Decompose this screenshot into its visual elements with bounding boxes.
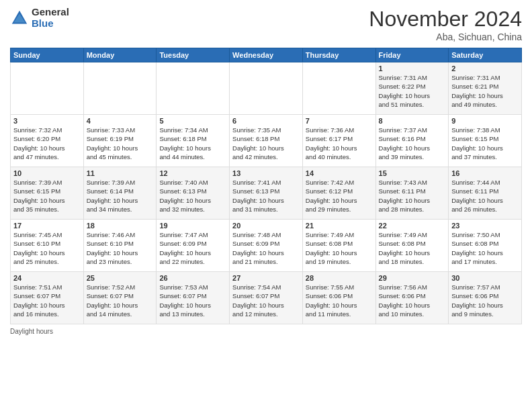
table-row: 24Sunrise: 7:51 AM Sunset: 6:07 PM Dayli… [11,272,84,324]
col-sunday: Sunday [11,48,84,62]
table-row: 1Sunrise: 7:31 AM Sunset: 6:22 PM Daylig… [375,62,449,115]
day-detail: Sunrise: 7:49 AM Sunset: 6:08 PM Dayligh… [306,230,373,266]
table-row: 10Sunrise: 7:39 AM Sunset: 6:15 PM Dayli… [11,167,84,220]
day-detail: Sunrise: 7:52 AM Sunset: 6:07 PM Dayligh… [87,283,154,318]
logo: General Blue [10,7,69,29]
day-number: 10 [13,169,81,177]
day-number: 16 [451,169,519,177]
day-detail: Sunrise: 7:31 AM Sunset: 6:21 PM Dayligh… [451,73,519,109]
day-number: 3 [13,117,81,125]
day-detail: Sunrise: 7:50 AM Sunset: 6:08 PM Dayligh… [451,230,519,266]
table-row [157,62,230,115]
col-thursday: Thursday [302,48,375,62]
table-row: 4Sunrise: 7:33 AM Sunset: 6:19 PM Daylig… [83,115,157,167]
day-number: 23 [451,222,519,230]
day-number: 17 [13,222,81,230]
day-number: 8 [379,117,446,125]
table-row: 9Sunrise: 7:38 AM Sunset: 6:15 PM Daylig… [449,115,522,167]
calendar-week-row: 17Sunrise: 7:45 AM Sunset: 6:10 PM Dayli… [11,220,522,272]
table-row: 23Sunrise: 7:50 AM Sunset: 6:08 PM Dayli… [449,220,522,272]
day-number: 9 [451,117,519,125]
table-row: 29Sunrise: 7:56 AM Sunset: 6:06 PM Dayli… [375,272,449,324]
day-detail: Sunrise: 7:51 AM Sunset: 6:07 PM Dayligh… [13,283,81,318]
day-number: 12 [159,169,226,177]
day-number: 29 [379,274,446,282]
day-number: 4 [87,117,154,125]
day-detail: Sunrise: 7:38 AM Sunset: 6:15 PM Dayligh… [451,126,519,161]
day-detail: Sunrise: 7:39 AM Sunset: 6:14 PM Dayligh… [87,178,154,214]
day-detail: Sunrise: 7:56 AM Sunset: 6:06 PM Dayligh… [379,283,446,318]
calendar-week-row: 10Sunrise: 7:39 AM Sunset: 6:15 PM Dayli… [11,167,522,220]
table-row: 30Sunrise: 7:57 AM Sunset: 6:06 PM Dayli… [449,272,522,324]
day-detail: Sunrise: 7:32 AM Sunset: 6:20 PM Dayligh… [13,126,81,161]
day-number: 28 [306,274,373,282]
day-detail: Sunrise: 7:53 AM Sunset: 6:07 PM Dayligh… [159,283,226,318]
month-title: November 2024 [369,7,522,32]
logo-general: General [32,7,69,18]
table-row: 16Sunrise: 7:44 AM Sunset: 6:11 PM Dayli… [449,167,522,220]
day-number: 25 [87,274,154,282]
day-detail: Sunrise: 7:46 AM Sunset: 6:10 PM Dayligh… [87,230,154,266]
table-row: 28Sunrise: 7:55 AM Sunset: 6:06 PM Dayli… [302,272,375,324]
day-number: 26 [159,274,226,282]
day-detail: Sunrise: 7:31 AM Sunset: 6:22 PM Dayligh… [379,73,446,109]
table-row: 12Sunrise: 7:40 AM Sunset: 6:13 PM Dayli… [157,167,230,220]
table-row [11,62,84,115]
day-number: 20 [232,222,300,230]
day-number: 5 [159,117,226,125]
table-row: 5Sunrise: 7:34 AM Sunset: 6:18 PM Daylig… [157,115,230,167]
day-number: 19 [159,222,226,230]
footer-text: Daylight hours [10,328,53,335]
day-detail: Sunrise: 7:49 AM Sunset: 6:08 PM Dayligh… [379,230,446,266]
table-row: 15Sunrise: 7:43 AM Sunset: 6:11 PM Dayli… [375,167,449,220]
day-number: 27 [232,274,300,282]
table-row: 7Sunrise: 7:36 AM Sunset: 6:17 PM Daylig… [302,115,375,167]
day-detail: Sunrise: 7:57 AM Sunset: 6:06 PM Dayligh… [451,283,519,318]
table-row: 14Sunrise: 7:42 AM Sunset: 6:12 PM Dayli… [302,167,375,220]
col-wednesday: Wednesday [230,48,303,62]
table-row: 13Sunrise: 7:41 AM Sunset: 6:13 PM Dayli… [230,167,303,220]
table-row [230,62,303,115]
day-detail: Sunrise: 7:48 AM Sunset: 6:09 PM Dayligh… [232,230,300,266]
day-number: 7 [306,117,373,125]
page-container: General Blue November 2024 Aba, Sichuan,… [0,0,532,340]
calendar-table: Sunday Monday Tuesday Wednesday Thursday… [10,48,522,324]
day-detail: Sunrise: 7:42 AM Sunset: 6:12 PM Dayligh… [306,178,373,214]
day-number: 6 [232,117,300,125]
table-row: 26Sunrise: 7:53 AM Sunset: 6:07 PM Dayli… [157,272,230,324]
col-monday: Monday [83,48,157,62]
table-row: 20Sunrise: 7:48 AM Sunset: 6:09 PM Dayli… [230,220,303,272]
day-detail: Sunrise: 7:47 AM Sunset: 6:09 PM Dayligh… [159,230,226,266]
day-number: 2 [451,64,519,73]
logo-blue: Blue [32,18,69,30]
table-row: 2Sunrise: 7:31 AM Sunset: 6:21 PM Daylig… [449,62,522,115]
day-detail: Sunrise: 7:33 AM Sunset: 6:19 PM Dayligh… [87,126,154,161]
day-detail: Sunrise: 7:39 AM Sunset: 6:15 PM Dayligh… [13,178,81,214]
day-number: 30 [451,274,519,282]
table-row: 19Sunrise: 7:47 AM Sunset: 6:09 PM Dayli… [157,220,230,272]
day-number: 21 [306,222,373,230]
location-subtitle: Aba, Sichuan, China [369,32,522,42]
logo-text: General Blue [32,7,69,29]
table-row: 3Sunrise: 7:32 AM Sunset: 6:20 PM Daylig… [11,115,84,167]
calendar-week-row: 3Sunrise: 7:32 AM Sunset: 6:20 PM Daylig… [11,115,522,167]
day-detail: Sunrise: 7:35 AM Sunset: 6:18 PM Dayligh… [232,126,300,161]
day-detail: Sunrise: 7:41 AM Sunset: 6:13 PM Dayligh… [232,178,300,214]
day-number: 24 [13,274,81,282]
table-row: 6Sunrise: 7:35 AM Sunset: 6:18 PM Daylig… [230,115,303,167]
table-row [83,62,157,115]
day-detail: Sunrise: 7:37 AM Sunset: 6:16 PM Dayligh… [379,126,446,161]
day-number: 15 [379,169,446,177]
day-detail: Sunrise: 7:54 AM Sunset: 6:07 PM Dayligh… [232,283,300,318]
day-detail: Sunrise: 7:36 AM Sunset: 6:17 PM Dayligh… [306,126,373,161]
col-friday: Friday [375,48,449,62]
table-row: 17Sunrise: 7:45 AM Sunset: 6:10 PM Dayli… [11,220,84,272]
day-number: 14 [306,169,373,177]
logo-icon [10,9,29,28]
table-row: 25Sunrise: 7:52 AM Sunset: 6:07 PM Dayli… [83,272,157,324]
table-row [302,62,375,115]
day-detail: Sunrise: 7:55 AM Sunset: 6:06 PM Dayligh… [306,283,373,318]
day-detail: Sunrise: 7:44 AM Sunset: 6:11 PM Dayligh… [451,178,519,214]
table-row: 8Sunrise: 7:37 AM Sunset: 6:16 PM Daylig… [375,115,449,167]
day-number: 11 [87,169,154,177]
